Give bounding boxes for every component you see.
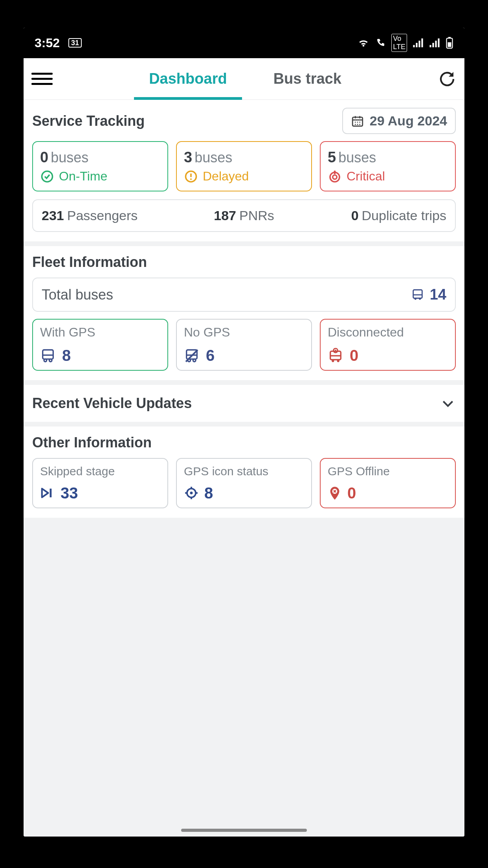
svg-point-17 xyxy=(415,298,416,300)
content-scroll[interactable]: Service Tracking 29 Aug 2024 0buses On-T… xyxy=(24,100,464,837)
skip-icon xyxy=(40,486,55,500)
unit: buses xyxy=(194,149,232,166)
card-skipped-stage[interactable]: Skipped stage 33 xyxy=(32,458,168,508)
card-no-gps[interactable]: No GPS 6 xyxy=(176,319,312,371)
label: GPS Offline xyxy=(328,465,448,478)
tab-label: Dashboard xyxy=(149,70,227,87)
bus-icon xyxy=(40,348,56,364)
bus-alert-icon xyxy=(328,348,343,364)
total-buses-bar[interactable]: Total buses 14 xyxy=(32,278,456,312)
date-value: 29 Aug 2024 xyxy=(370,113,447,129)
status-label: Delayed xyxy=(203,169,249,184)
alert-circle-icon xyxy=(184,169,198,184)
svg-point-14 xyxy=(333,175,337,179)
section-title: Service Tracking xyxy=(32,113,145,129)
status-time: 3:52 xyxy=(35,36,60,50)
target-alert-icon xyxy=(328,169,342,184)
svg-point-26 xyxy=(332,360,334,362)
section-fleet: Fleet Information Total buses 14 With GP… xyxy=(24,246,464,380)
refresh-button[interactable] xyxy=(436,68,458,90)
section-other: Other Information Skipped stage 33 GPS i… xyxy=(24,427,464,518)
svg-rect-16 xyxy=(413,290,422,298)
svg-point-6 xyxy=(359,121,360,123)
bus-slash-icon xyxy=(184,348,200,364)
label: No GPS xyxy=(184,325,304,340)
calendar-icon xyxy=(351,114,364,128)
refresh-icon xyxy=(438,70,457,88)
date-picker[interactable]: 29 Aug 2024 xyxy=(342,108,456,134)
menu-button[interactable] xyxy=(30,67,54,91)
card-gps-offline[interactable]: GPS Offline 0 xyxy=(320,458,456,508)
svg-rect-1 xyxy=(448,37,451,38)
volte-icon: VoLTE xyxy=(391,34,407,52)
svg-point-20 xyxy=(44,359,47,362)
value: 0 xyxy=(347,484,356,502)
svg-point-29 xyxy=(335,351,336,352)
stats-bar: 231Passengers 187PNRs 0Duplicate trips xyxy=(32,199,456,232)
wifi-icon xyxy=(358,38,369,48)
label: Skipped stage xyxy=(40,465,160,478)
stat-passengers: 231Passengers xyxy=(42,208,174,223)
section-title: Other Information xyxy=(32,434,456,451)
svg-point-7 xyxy=(355,124,356,125)
card-delayed[interactable]: 3buses Delayed xyxy=(176,141,312,191)
section-title: Recent Vehicle Updates xyxy=(32,395,192,412)
section-title: Fleet Information xyxy=(32,254,456,270)
value: 8 xyxy=(204,484,213,502)
svg-rect-19 xyxy=(43,350,53,359)
pin-x-icon xyxy=(328,485,342,501)
home-indicator[interactable] xyxy=(181,829,307,832)
card-ontime[interactable]: 0buses On-Time xyxy=(32,141,168,191)
svg-rect-2 xyxy=(448,42,451,47)
section-service-tracking: Service Tracking 29 Aug 2024 0buses On-T… xyxy=(24,100,464,241)
app-header: Dashboard Bus track xyxy=(24,58,464,100)
card-critical[interactable]: 5buses Critical xyxy=(320,141,456,191)
svg-point-8 xyxy=(357,124,358,125)
card-disconnected[interactable]: Disconnected 0 xyxy=(320,319,456,371)
stat-pnrs: 187PNRs xyxy=(178,208,310,223)
value: 8 xyxy=(62,347,71,364)
svg-point-12 xyxy=(190,178,192,180)
svg-point-31 xyxy=(190,492,193,495)
tab-dashboard[interactable]: Dashboard xyxy=(139,58,236,99)
status-icons: VoLTE xyxy=(358,34,453,52)
count: 5 xyxy=(328,149,336,166)
svg-point-5 xyxy=(357,121,358,123)
count: 0 xyxy=(40,149,48,166)
chevron-down-icon xyxy=(440,395,456,411)
svg-point-27 xyxy=(337,360,339,362)
signal-icon-2 xyxy=(429,38,440,48)
bus-icon xyxy=(411,288,424,302)
phone-wifi-icon xyxy=(375,38,386,48)
crosshair-icon xyxy=(184,485,199,500)
value: 0 xyxy=(350,347,358,364)
status-bar: 3:52 31 VoLTE xyxy=(24,28,464,58)
svg-point-24 xyxy=(193,359,196,362)
value: 6 xyxy=(206,347,215,364)
svg-point-21 xyxy=(49,359,52,362)
calendar-date-icon: 31 xyxy=(68,38,82,48)
label: Disconnected xyxy=(328,325,448,340)
battery-icon xyxy=(446,37,453,49)
check-circle-icon xyxy=(40,169,54,184)
status-label: On-Time xyxy=(59,169,107,184)
value: 33 xyxy=(61,484,78,502)
label: GPS icon status xyxy=(184,465,304,478)
count: 3 xyxy=(184,149,192,166)
card-with-gps[interactable]: With GPS 8 xyxy=(32,319,168,371)
section-recent-updates[interactable]: Recent Vehicle Updates xyxy=(24,385,464,422)
status-label: Critical xyxy=(347,169,385,184)
total-value: 14 xyxy=(430,286,446,303)
svg-point-18 xyxy=(419,298,421,300)
tab-bus-track[interactable]: Bus track xyxy=(264,58,351,99)
svg-point-9 xyxy=(359,124,360,125)
card-gps-icon-status[interactable]: GPS icon status 8 xyxy=(176,458,312,508)
svg-point-15 xyxy=(334,170,336,172)
total-label: Total buses xyxy=(42,287,113,303)
tab-label: Bus track xyxy=(273,70,341,87)
label: With GPS xyxy=(40,325,160,340)
signal-icon-1 xyxy=(413,38,424,48)
stat-duplicate-trips: 0Duplicate trips xyxy=(314,208,446,223)
unit: buses xyxy=(338,149,376,166)
svg-point-4 xyxy=(355,121,356,123)
